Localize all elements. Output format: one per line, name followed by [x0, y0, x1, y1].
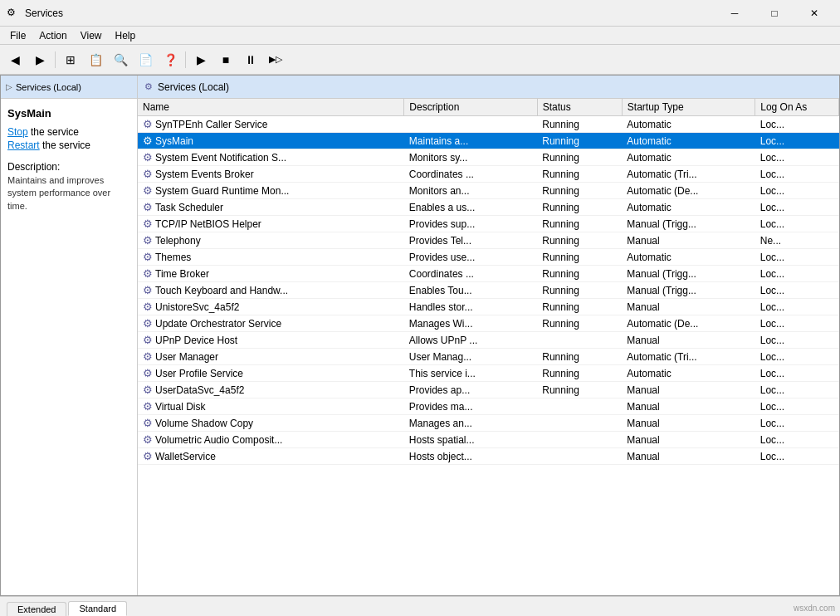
- table-row[interactable]: ⚙Touch Keyboard and Handw...Enables Tou.…: [138, 282, 839, 299]
- service-logon-cell: Loc...: [755, 332, 839, 349]
- service-desc-cell: Monitors an...: [404, 183, 537, 199]
- toolbar-separator-2: [185, 51, 186, 68]
- table-row[interactable]: ⚙Time BrokerCoordinates ...RunningManual…: [138, 266, 839, 282]
- table-row[interactable]: ⚙System Events BrokerCoordinates ...Runn…: [138, 166, 839, 183]
- service-status-cell: [537, 448, 622, 465]
- service-status-cell: Running: [537, 382, 622, 398]
- restart-service-line: Restart the service: [7, 139, 130, 151]
- start-service-button[interactable]: ▶: [189, 48, 212, 71]
- menu-item-action[interactable]: Action: [32, 28, 73, 43]
- service-logon-cell: Loc...: [755, 432, 839, 448]
- service-status-cell: Running: [537, 315, 622, 332]
- table-row[interactable]: ⚙System Event Notification S...Monitors …: [138, 149, 839, 166]
- service-logon-cell: Loc...: [755, 249, 839, 266]
- service-logon-cell: Loc...: [755, 315, 839, 332]
- service-startup-cell: Manual: [622, 382, 755, 398]
- service-status-cell: Running: [537, 365, 622, 382]
- service-logon-cell: Loc...: [755, 349, 839, 365]
- col-header-startup[interactable]: Startup Type: [622, 99, 755, 116]
- service-logon-cell: Loc...: [755, 266, 839, 282]
- restart-service-button[interactable]: ▶▷: [264, 48, 287, 71]
- service-name-cell: ⚙Update Orchestrator Service: [138, 315, 404, 332]
- table-row[interactable]: ⚙Volume Shadow CopyManages an...ManualLo…: [138, 415, 839, 432]
- restart-text: the service: [40, 139, 90, 151]
- back-button[interactable]: ◀: [3, 48, 27, 71]
- stop-service-button[interactable]: ■: [214, 48, 237, 71]
- minimize-button[interactable]: ─: [715, 0, 754, 27]
- table-row[interactable]: ⚙UnistoreSvc_4a5f2Handles stor...Running…: [138, 299, 839, 315]
- help-button[interactable]: ❓: [159, 48, 182, 71]
- show-console-tree-button[interactable]: 🔍: [109, 48, 132, 71]
- menu-item-view[interactable]: View: [74, 28, 109, 43]
- table-row[interactable]: ⚙User Profile ServiceThis service i...Ru…: [138, 365, 839, 382]
- table-row[interactable]: ⚙SynTPEnh Caller ServiceRunningAutomatic…: [138, 116, 839, 133]
- show-action-pane-button[interactable]: 📋: [84, 48, 107, 71]
- tree-expand-icon: ▷: [6, 82, 12, 91]
- table-row[interactable]: ⚙TelephonyProvides Tel...RunningManualNe…: [138, 232, 839, 249]
- menu-item-file[interactable]: File: [3, 28, 32, 43]
- service-logon-cell: Loc...: [755, 116, 839, 133]
- table-row[interactable]: ⚙Task SchedulerEnables a us...RunningAut…: [138, 199, 839, 216]
- service-name-cell: ⚙Task Scheduler: [138, 199, 404, 216]
- restart-service-link[interactable]: Restart: [7, 139, 40, 151]
- tab-standard[interactable]: Standard: [68, 601, 127, 616]
- service-desc-cell: Provides sup...: [404, 216, 537, 232]
- service-name-cell: ⚙Touch Keyboard and Handw...: [138, 282, 404, 299]
- col-header-status[interactable]: Status: [537, 99, 622, 116]
- service-status-cell: Running: [537, 183, 622, 199]
- menu-item-help[interactable]: Help: [109, 28, 143, 43]
- service-startup-cell: Manual: [622, 232, 755, 249]
- table-header-row: Name Description Status Startup Type Log…: [138, 99, 839, 116]
- table-row[interactable]: ⚙WalletServiceHosts object...ManualLoc..…: [138, 448, 839, 465]
- table-row[interactable]: ⚙SysMainMaintains a...RunningAutomaticLo…: [138, 133, 839, 149]
- table-row[interactable]: ⚙UPnP Device HostAllows UPnP ...ManualLo…: [138, 332, 839, 349]
- show-scope-button[interactable]: ⊞: [59, 48, 82, 71]
- pause-service-button[interactable]: ⏸: [239, 48, 262, 71]
- service-name-cell: ⚙SysMain: [138, 133, 404, 149]
- services-table: Name Description Status Startup Type Log…: [138, 99, 839, 465]
- service-desc-cell: Coordinates ...: [404, 166, 537, 183]
- col-header-name[interactable]: Name: [138, 99, 404, 116]
- service-logon-cell: Loc...: [755, 216, 839, 232]
- service-desc-cell: Enables Tou...: [404, 282, 537, 299]
- properties-button[interactable]: 📄: [134, 48, 157, 71]
- table-row[interactable]: ⚙Update Orchestrator ServiceManages Wi..…: [138, 315, 839, 332]
- service-name-cell: ⚙TCP/IP NetBIOS Helper: [138, 216, 404, 232]
- description-text: Maintains and improves system performanc…: [7, 174, 130, 213]
- services-table-container[interactable]: Name Description Status Startup Type Log…: [138, 99, 839, 595]
- service-status-cell: Running: [537, 199, 622, 216]
- service-name-cell: ⚙Time Broker: [138, 266, 404, 282]
- table-row[interactable]: ⚙TCP/IP NetBIOS HelperProvides sup...Run…: [138, 216, 839, 232]
- service-logon-cell: Ne...: [755, 232, 839, 249]
- col-header-description[interactable]: Description: [404, 99, 537, 116]
- tab-bar: ExtendedStandard: [0, 596, 840, 616]
- left-nav-header[interactable]: ▷ Services (Local): [1, 76, 137, 99]
- service-name-cell: ⚙User Profile Service: [138, 365, 404, 382]
- service-desc-cell: Enables a us...: [404, 199, 537, 216]
- stop-service-link[interactable]: Stop: [7, 126, 28, 138]
- service-desc-cell: Provides ap...: [404, 382, 537, 398]
- tab-extended[interactable]: Extended: [7, 602, 66, 616]
- maximize-button[interactable]: □: [755, 0, 794, 27]
- table-row[interactable]: ⚙User ManagerUser Manag...RunningAutomat…: [138, 349, 839, 365]
- service-desc-cell: Allows UPnP ...: [404, 332, 537, 349]
- table-row[interactable]: ⚙UserDataSvc_4a5f2Provides ap...RunningM…: [138, 382, 839, 398]
- toolbar-separator-1: [55, 51, 56, 68]
- service-name-cell: ⚙System Events Broker: [138, 166, 404, 183]
- stop-service-line: Stop the service: [7, 126, 130, 138]
- table-row[interactable]: ⚙Virtual DiskProvides ma...ManualLoc...: [138, 398, 839, 415]
- table-row[interactable]: ⚙ThemesProvides use...RunningAutomaticLo…: [138, 249, 839, 266]
- service-startup-cell: Automatic (Tri...: [622, 349, 755, 365]
- toolbar: ◀ ▶ ⊞ 📋 🔍 📄 ❓ ▶ ■ ⏸ ▶▷: [0, 45, 840, 75]
- service-startup-cell: Automatic: [622, 365, 755, 382]
- col-header-logon[interactable]: Log On As: [755, 99, 839, 116]
- service-name-cell: ⚙UserDataSvc_4a5f2: [138, 382, 404, 398]
- close-button[interactable]: ✕: [795, 0, 833, 27]
- service-logon-cell: Loc...: [755, 365, 839, 382]
- service-status-cell: [537, 432, 622, 448]
- title-bar: ⚙ Services ─ □ ✕: [0, 0, 840, 27]
- table-row[interactable]: ⚙Volumetric Audio Composit...Hosts spati…: [138, 432, 839, 448]
- table-row[interactable]: ⚙System Guard Runtime Mon...Monitors an.…: [138, 183, 839, 199]
- forward-button[interactable]: ▶: [28, 48, 51, 71]
- service-status-cell: Running: [537, 166, 622, 183]
